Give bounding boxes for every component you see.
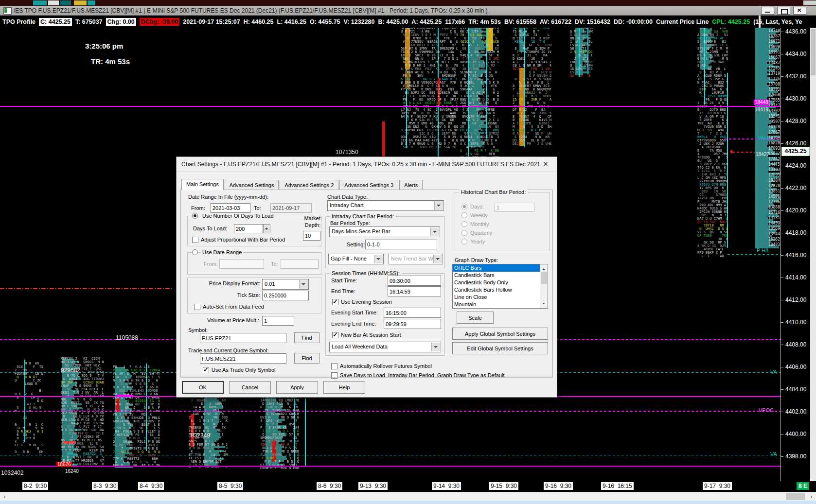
scroll-up-icon[interactable] <box>540 264 548 272</box>
evening-end-field[interactable] <box>384 319 441 329</box>
chevron-down-icon[interactable] <box>374 255 383 263</box>
graph-draw-type-option[interactable]: Candlestick Body Only <box>453 279 548 286</box>
maximize-button[interactable] <box>777 7 790 15</box>
chevron-down-icon[interactable] <box>299 280 308 289</box>
tab-advanced-settings[interactable]: Advanced Settings <box>225 180 279 190</box>
trade-symbol-field[interactable] <box>200 353 286 364</box>
use-as-trade-only-checkbox[interactable] <box>203 367 209 373</box>
scroll-down-icon[interactable] <box>540 301 548 308</box>
end-time-field[interactable] <box>388 286 441 296</box>
vertical-scrollbar[interactable] <box>810 28 816 481</box>
volume-mult-field[interactable] <box>262 316 294 326</box>
scale-button[interactable]: Scale <box>457 312 494 324</box>
new-bar-at-session-start-checkbox[interactable] <box>332 332 338 338</box>
date-to-field[interactable] <box>270 203 312 213</box>
bar-period-type-select[interactable]: Days-Mins-Secs Per Bar <box>329 226 440 237</box>
use-evening-session-label: Use Evening Session <box>341 299 392 305</box>
listbox-scrollbar[interactable] <box>540 264 548 308</box>
help-button[interactable]: Help <box>323 381 365 394</box>
adjust-proportional-checkbox[interactable] <box>192 237 198 243</box>
symbol-field[interactable] <box>200 333 286 343</box>
weekend-data-select[interactable]: Load All Weekend Data <box>329 342 441 352</box>
graph-draw-type-option[interactable]: Candlestick Bars <box>453 272 548 279</box>
horizontal-scrollbar-thumb[interactable] <box>786 493 805 500</box>
price-axis[interactable]: 4425.25 4436.004434.004432.004430.004428… <box>781 28 810 481</box>
dialog-title: Chart Settings - F.US.EPZ21/F.US.MESZ21 … <box>181 157 540 172</box>
price-tick: 4416.00 <box>785 252 806 259</box>
tab-advanced-settings-2[interactable]: Advanced Settings 2 <box>280 180 338 190</box>
chevron-down-icon[interactable] <box>434 201 443 210</box>
gap-fill-select[interactable]: Gap Fill - None <box>328 254 384 264</box>
profile-volume-label: 1032402 <box>1 469 24 476</box>
apply-global-symbol-settings-button[interactable]: Apply Global Symbol Settings <box>452 328 548 340</box>
new-trend-bar-select[interactable]: New Trend Bar W <box>389 254 443 264</box>
tick-size-field[interactable] <box>262 291 309 300</box>
price-display-format-select[interactable]: 0.01 <box>262 279 309 290</box>
setting-field[interactable] <box>365 240 437 249</box>
save-default-checkbox[interactable] <box>331 372 337 379</box>
range-from-field[interactable] <box>219 259 264 269</box>
historical-days-field[interactable] <box>495 203 534 212</box>
close-button[interactable] <box>793 7 806 15</box>
start-time-field[interactable] <box>388 276 441 286</box>
volume-at-price-value: 10483 <box>754 243 780 247</box>
days-to-load-stepper[interactable] <box>263 224 270 233</box>
use-evening-session-checkbox[interactable] <box>332 299 338 305</box>
tab-alerts[interactable]: Alerts <box>399 180 423 190</box>
symbol-find-button[interactable]: Find <box>294 332 319 343</box>
chart-settings-dialog: Chart Settings - F.US.EPZ21/F.US.MESZ21 … <box>176 156 557 398</box>
to-label: To: <box>254 205 261 211</box>
dialog-close-icon[interactable] <box>538 159 553 169</box>
use-number-of-days-radio[interactable] <box>192 213 198 219</box>
cancel-button[interactable]: Cancel <box>229 381 271 394</box>
volume-at-price-value: 14340 <box>754 29 780 33</box>
tick-size-label: Tick Size: <box>189 292 260 298</box>
volume-at-price-value: 17442 <box>754 157 780 161</box>
use-date-range-radio[interactable] <box>192 249 198 255</box>
status-segment: 2021-09-17 15:25:07 <box>183 18 240 25</box>
auto-set-checkbox[interactable] <box>194 304 200 310</box>
status-segment: DV: 1516432 <box>575 18 610 25</box>
range-to-field[interactable] <box>281 259 319 269</box>
evening-start-field[interactable] <box>384 308 441 318</box>
scroll-right-icon[interactable]: › <box>807 492 816 501</box>
minimize-button[interactable] <box>761 7 774 15</box>
chevron-down-icon[interactable] <box>433 255 442 263</box>
graph-draw-type-option[interactable]: Line on Close <box>453 294 548 301</box>
date-from-field[interactable] <box>211 203 250 213</box>
dialog-title-bar[interactable]: Chart Settings - F.US.EPZ21/F.US.MESZ21 … <box>177 157 557 172</box>
scroll-left-icon[interactable]: ‹ <box>0 492 9 501</box>
price-tick: 4432.00 <box>785 73 806 80</box>
listbox-scrollbar-thumb[interactable] <box>541 272 547 284</box>
tab-main-settings[interactable]: Main Settings <box>181 179 224 190</box>
chevron-down-icon[interactable] <box>431 343 440 351</box>
historical-option-label: Days: <box>470 204 484 209</box>
edit-global-symbol-settings-button[interactable]: Edit Global Symbol Settings <box>452 342 548 354</box>
chevron-down-icon[interactable] <box>430 227 439 236</box>
rollover-checkbox[interactable] <box>331 363 337 369</box>
graph-draw-type-option[interactable]: OHLC Bars <box>453 264 548 272</box>
graph-draw-type-label: Graph Draw Type: <box>455 257 498 263</box>
apply-button[interactable]: Apply <box>276 381 318 394</box>
vertical-scrollbar-thumb[interactable] <box>811 29 816 75</box>
volume-at-price-value: 15708 <box>754 82 780 87</box>
days-to-load-field[interactable] <box>234 224 263 233</box>
status-segment: DD: -00:00:00 <box>614 18 653 25</box>
price-tick: 4426.00 <box>785 140 806 147</box>
graph-draw-type-listbox[interactable]: OHLC BarsCandlestick BarsCandlestick Bod… <box>452 264 548 309</box>
price-tick: 4398.00 <box>785 453 806 460</box>
historical-option-radio <box>461 221 467 227</box>
graph-draw-type-option[interactable]: Mountain <box>453 301 548 308</box>
graph-draw-type-option[interactable]: Candlestick Bars Hollow <box>453 286 548 294</box>
chart-data-type-select[interactable]: Intraday Chart <box>327 200 444 211</box>
volume-at-price-value: 13541 <box>754 114 780 119</box>
window-title: /ES TPO F.US.EPZ21/F.US.MESZ21 [CBV][M] … <box>14 6 743 16</box>
market-depth-field[interactable] <box>303 231 320 241</box>
tpo-cluster: 0RG N E10 0 UN9 5U VABA DD8 QH J 51SK GT… <box>697 28 728 258</box>
price-tick-mark <box>781 389 783 390</box>
horizontal-scrollbar[interactable]: ‹ › <box>0 492 816 501</box>
trade-symbol-find-button[interactable]: Find <box>294 353 319 364</box>
volume-at-price-value: 16716 <box>754 210 780 215</box>
tab-advanced-settings-3[interactable]: Advanced Settings 3 <box>339 180 398 190</box>
ok-button[interactable]: OK <box>182 381 224 394</box>
